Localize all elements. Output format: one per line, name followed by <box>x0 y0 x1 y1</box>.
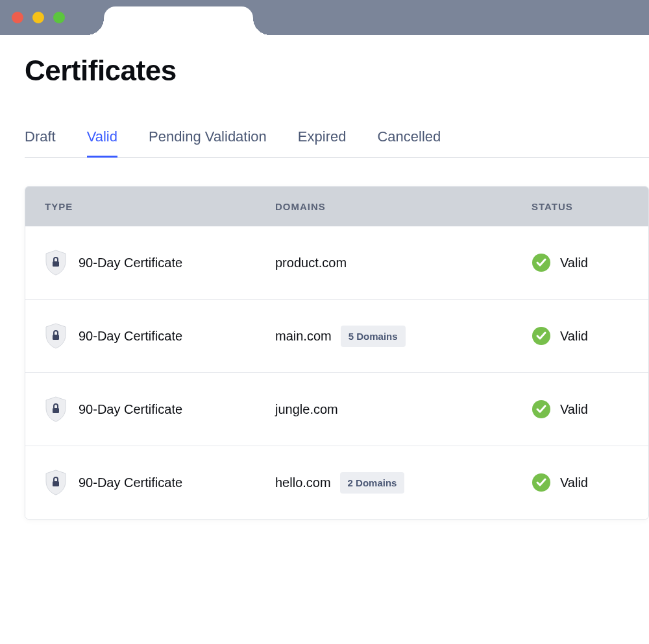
check-circle-icon <box>532 326 551 346</box>
certificate-type-label: 90-Day Certificate <box>79 402 182 417</box>
check-circle-icon <box>532 253 551 272</box>
domain-name: product.com <box>275 256 347 270</box>
filter-tabs: Draft Valid Pending Validation Expired C… <box>25 128 649 158</box>
check-circle-icon <box>532 473 551 492</box>
certificates-table: TYPE DOMAINS STATUS 90-Day Certificate <box>25 186 649 519</box>
domain-name: jungle.com <box>275 402 338 417</box>
tab-cancelled[interactable]: Cancelled <box>377 128 441 158</box>
cell-status: Valid <box>532 326 648 346</box>
certificate-type-label: 90-Day Certificate <box>79 256 182 270</box>
cell-status: Valid <box>532 400 648 419</box>
status-label: Valid <box>560 402 588 417</box>
tab-draft[interactable]: Draft <box>25 128 56 158</box>
status-label: Valid <box>560 475 588 490</box>
shield-lock-icon <box>45 470 67 495</box>
cell-domains: product.com <box>275 256 532 270</box>
cell-domains: jungle.com <box>275 402 532 417</box>
svg-rect-2 <box>53 335 59 340</box>
tab-expired[interactable]: Expired <box>298 128 347 158</box>
column-header-type: TYPE <box>45 201 275 212</box>
window-close-button[interactable] <box>12 12 23 23</box>
certificate-type-label: 90-Day Certificate <box>79 329 182 344</box>
table-body: 90-Day Certificate product.com Valid <box>25 226 648 519</box>
column-header-status: STATUS <box>532 201 648 212</box>
cell-type: 90-Day Certificate <box>45 470 275 495</box>
certificate-type-label: 90-Day Certificate <box>79 475 182 490</box>
domain-name: main.com <box>275 329 332 344</box>
tab-valid[interactable]: Valid <box>87 128 117 158</box>
svg-rect-4 <box>53 408 59 413</box>
table-row[interactable]: 90-Day Certificate hello.com 2 Domains V… <box>25 446 648 519</box>
window-controls <box>0 12 65 23</box>
cell-type: 90-Day Certificate <box>45 323 275 349</box>
extra-domains-badge[interactable]: 5 Domains <box>341 326 406 347</box>
svg-rect-6 <box>53 481 59 486</box>
cell-type: 90-Day Certificate <box>45 396 275 422</box>
page-content: Certificates Draft Valid Pending Validat… <box>0 35 649 519</box>
window-maximize-button[interactable] <box>53 12 65 23</box>
cell-domains: hello.com 2 Domains <box>275 472 532 494</box>
shield-lock-icon <box>45 250 67 276</box>
status-label: Valid <box>560 256 588 270</box>
table-row[interactable]: 90-Day Certificate main.com 5 Domains Va… <box>25 299 648 372</box>
status-label: Valid <box>560 329 588 344</box>
domain-name: hello.com <box>275 475 331 490</box>
shield-lock-icon <box>45 396 67 422</box>
extra-domains-badge[interactable]: 2 Domains <box>340 472 405 494</box>
column-header-domains: DOMAINS <box>275 201 532 212</box>
svg-rect-0 <box>53 261 59 267</box>
cell-type: 90-Day Certificate <box>45 250 275 276</box>
tab-pending-validation[interactable]: Pending Validation <box>149 128 267 158</box>
table-row[interactable]: 90-Day Certificate product.com Valid <box>25 226 648 299</box>
window-minimize-button[interactable] <box>32 12 44 23</box>
table-row[interactable]: 90-Day Certificate jungle.com Valid <box>25 372 648 446</box>
table-header-row: TYPE DOMAINS STATUS <box>25 187 648 226</box>
cell-status: Valid <box>532 473 648 492</box>
check-circle-icon <box>532 400 551 419</box>
cell-status: Valid <box>532 253 648 272</box>
cell-domains: main.com 5 Domains <box>275 326 532 347</box>
titlebar <box>0 0 649 35</box>
browser-tab[interactable] <box>104 6 253 35</box>
page-title: Certificates <box>25 54 649 87</box>
shield-lock-icon <box>45 323 67 349</box>
